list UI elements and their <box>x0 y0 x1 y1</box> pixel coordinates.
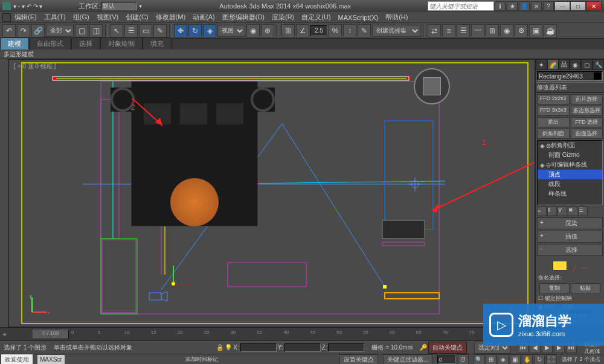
stack-spline[interactable]: 样条线 <box>538 189 602 199</box>
mirror-icon[interactable]: ⇄ <box>428 24 441 37</box>
stack-segment[interactable]: 线段 <box>538 179 602 189</box>
curve-editor-icon[interactable]: 〰 <box>471 24 484 37</box>
app-icon[interactable] <box>2 2 11 10</box>
render-icon[interactable]: ☕ <box>544 24 557 37</box>
angle-snap-icon[interactable]: ∠ <box>296 24 309 37</box>
tab-motion-icon[interactable]: ◉ <box>570 59 581 70</box>
help-search-input[interactable] <box>428 1 494 11</box>
maxscript-label[interactable]: MAXScr <box>37 355 65 364</box>
menu-create[interactable]: 创建(C) <box>126 13 148 22</box>
named-sel-dropdown[interactable]: 创建选择集 <box>372 25 420 37</box>
z-coord-input[interactable] <box>328 343 364 352</box>
info-center-icon[interactable]: ℹ <box>495 1 506 11</box>
tab-modify-icon[interactable]: 🌈 <box>547 59 559 70</box>
tab-freeform[interactable]: 自由形式 <box>29 37 71 49</box>
spinner-snap-icon[interactable]: ↕ <box>343 24 356 37</box>
add-time-tag[interactable]: 添加时间标记 <box>185 356 218 362</box>
remove-mod-icon[interactable]: ✖ <box>568 206 577 216</box>
menu-customize[interactable]: 自定义(U) <box>301 13 330 22</box>
help-icon[interactable]: ? <box>543 1 554 11</box>
snap-toggle-icon[interactable]: ⊞ <box>281 24 295 37</box>
stack-vertex[interactable]: 顶点 <box>538 170 602 179</box>
render-setup-icon[interactable]: ⚙ <box>515 24 528 37</box>
pivot-icon[interactable]: ◉ <box>246 24 260 37</box>
ref-coord-dropdown[interactable]: 视图 <box>217 25 245 37</box>
select-move-icon[interactable]: ✥ <box>174 24 187 37</box>
mod-bevel-profile[interactable]: 斜角剖面 <box>537 129 570 139</box>
select-region-icon[interactable]: ▢ <box>75 24 88 37</box>
schematic-icon[interactable]: ⊞ <box>486 24 499 37</box>
menu-help[interactable]: 帮助(H) <box>385 13 408 22</box>
zoom-all-icon[interactable]: ⊞ <box>486 354 496 365</box>
object-color-swatch[interactable] <box>594 72 601 80</box>
mod-ffd-select[interactable]: FFD 选择 <box>571 117 603 127</box>
rollout-selection[interactable]: −选择 <box>537 244 603 256</box>
paste-button[interactable]: 粘贴 <box>571 283 601 293</box>
mod-ffd3x3x3[interactable]: FFD 3x3x3 <box>537 106 570 116</box>
time-slider[interactable]: 0 / 100 <box>33 330 69 339</box>
link-icon[interactable]: 🔗 <box>31 24 45 37</box>
key-filters-button[interactable]: 关键点过滤器... <box>383 354 432 365</box>
menu-modifiers[interactable]: 修改器(M) <box>156 13 186 22</box>
quick-access[interactable]: ▾ ▫ ▾ ↶ ↷ ▾ <box>13 3 42 10</box>
unique-icon[interactable]: ∀ <box>557 206 567 216</box>
manipulate-icon[interactable]: ⊕ <box>261 24 274 37</box>
viewport[interactable]: [ + 0 顶 0 线框 ] <box>8 59 535 327</box>
copy-button[interactable]: 复制 <box>539 283 570 293</box>
tab-object-paint[interactable]: 对象绘制 <box>100 37 143 49</box>
current-frame-input[interactable] <box>437 356 455 364</box>
isolate-icon[interactable]: 💡 <box>225 344 232 351</box>
mod-ffd2x2x2[interactable]: FFD 2x2x2 <box>537 94 570 104</box>
tab-modeling[interactable]: 建模 <box>0 37 29 49</box>
workspace-input[interactable] <box>101 2 137 10</box>
stack-bevel-profile[interactable]: ◈⊖ 斜角剖面 <box>538 141 602 150</box>
fov-icon[interactable]: ▣ <box>510 354 521 365</box>
window-crossing-icon[interactable]: ◫ <box>89 24 103 37</box>
mod-patch-select[interactable]: 面片选择 <box>571 94 603 104</box>
stack-editable-spline[interactable]: ◈⊖ 可编辑样条线 <box>538 160 602 170</box>
set-key-button[interactable]: 设置关键点 <box>339 354 378 365</box>
edit-sel-set-icon[interactable]: ✎ <box>358 24 371 37</box>
selection-filter-dropdown[interactable]: 全部 <box>46 25 74 37</box>
menu-tools[interactable]: 工具(T) <box>44 13 66 22</box>
x-coord-input[interactable] <box>240 343 277 352</box>
signin-icon[interactable]: 👤 <box>519 1 530 11</box>
pan-icon[interactable]: ✋ <box>522 354 533 365</box>
select-rotate-icon[interactable]: ↻ <box>188 24 202 37</box>
tab-utilities-icon[interactable]: 🔧 <box>593 59 604 70</box>
orbit-icon[interactable]: ↻ <box>534 354 545 365</box>
subobj-spline-icon[interactable]: 〰 <box>581 265 587 272</box>
mod-poly-select[interactable]: 多边形选择 <box>571 106 603 116</box>
tab-create-icon[interactable]: ✦ <box>536 59 547 70</box>
show-end-icon[interactable]: Ⅱ <box>547 206 557 216</box>
tab-populate[interactable]: 填充 <box>143 37 172 49</box>
lock-handles-checkbox[interactable]: ☐ 锁定控制柄 <box>538 295 602 302</box>
time-config-icon[interactable]: ⏱ <box>458 354 469 365</box>
modifier-list-label[interactable]: 修改器列表 <box>536 82 604 93</box>
geometry-rollout[interactable]: 几何体 <box>584 348 600 354</box>
subobj-vertex-icon[interactable] <box>553 261 567 270</box>
timeline-arrow-left-icon[interactable]: ◀ <box>2 332 14 337</box>
menu-view[interactable]: 视图(V) <box>97 13 119 22</box>
render-frame-icon[interactable]: ▣ <box>529 24 542 37</box>
configure-icon[interactable]: ☰ <box>578 206 588 216</box>
star-icon[interactable]: ★ <box>507 1 518 11</box>
viewcube[interactable] <box>414 68 450 104</box>
rollout-interpolation[interactable]: +插值 <box>537 231 603 243</box>
menu-rendering[interactable]: 渲染(R) <box>272 13 294 22</box>
modifier-stack[interactable]: ◈⊖ 斜角剖面 剖面 Gizmo ◈⊖ 可编辑样条线 顶点 线段 样条线 <box>537 140 603 205</box>
rollout-rendering[interactable]: +渲染 <box>537 217 603 229</box>
exchange-icon[interactable]: ✕ <box>531 1 542 11</box>
zoom-extents-icon[interactable]: ◈ <box>498 354 509 365</box>
y-coord-input[interactable] <box>284 343 321 352</box>
menu-group[interactable]: 组(G) <box>73 13 89 22</box>
select-rectangle-icon[interactable]: ▭ <box>139 24 152 37</box>
menu-maxscript[interactable]: MAXScript(X) <box>338 14 379 21</box>
select-scale-icon[interactable]: ◈ <box>203 24 216 37</box>
menu-animation[interactable]: 动画(A) <box>193 13 215 22</box>
save-icon[interactable] <box>2 13 11 22</box>
stack-profile-gizmo[interactable]: 剖面 Gizmo <box>538 150 602 160</box>
close-button[interactable]: ✕ <box>586 1 602 11</box>
pin-stack-icon[interactable]: ⎁ <box>537 206 547 216</box>
align-icon[interactable]: ≡ <box>442 24 455 37</box>
